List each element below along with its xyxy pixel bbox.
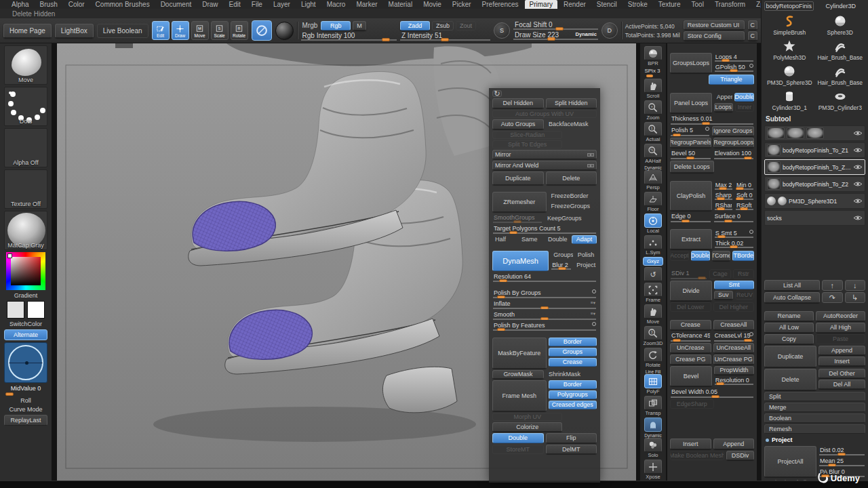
menu-item-stencil[interactable]: Stencil [592,0,622,9]
keepgroups-button[interactable]: KeepGroups [545,214,597,223]
material-sphere-icon[interactable] [275,22,294,40]
border-button[interactable]: Border [549,338,597,346]
roll-toggle[interactable]: Roll [20,397,31,404]
menu-item-picker[interactable]: Picker [448,0,476,9]
toggle-dot-icon[interactable] [592,289,596,293]
rotate-mode-icon[interactable]: RRotate [231,21,248,40]
brush-circle-icon[interactable] [252,20,272,41]
zoom-canvas-icon[interactable]: + [644,100,662,115]
dsdiv-button[interactable]: DSDiv [726,451,754,460]
focal-shift-slider[interactable]: Focal Shift 0 [513,21,598,30]
max-25-slider[interactable]: Max 25 [714,181,733,190]
panel-loops-button[interactable]: Panel Loops [670,93,712,113]
ignore-groups-button[interactable]: Ignore Groups [712,126,755,136]
subtool-thumbnail[interactable] [767,127,785,139]
actual-size-icon[interactable]: 1 [644,122,662,136]
subtool-sphere-thumbnail[interactable] [767,197,776,205]
adapt-button[interactable]: Adapt [572,235,597,244]
visibility-eye-icon[interactable] [853,164,863,170]
resolution-0-slider[interactable]: Resolution 0 [714,376,754,385]
same-button[interactable]: Same [519,235,543,244]
menu-item-marker[interactable]: Marker [351,0,382,9]
min-0-slider[interactable]: Min 0 [735,181,754,190]
menu-item-alpha[interactable]: Alpha [7,0,34,9]
main-color-swatch[interactable] [7,301,24,319]
tool-item-sphere3d[interactable]: Sphere3D [815,12,866,36]
scale-mode-icon[interactable]: SScale [211,21,229,40]
inflate-slider[interactable]: Inflate≡▾ [492,300,597,309]
subtool-row-socks[interactable]: socks [764,210,865,226]
visibility-eye-icon[interactable] [853,147,863,153]
half-button[interactable]: Half [492,235,517,244]
project-header[interactable]: Project [764,435,865,445]
move-mode-icon[interactable]: MMove [191,21,209,40]
curve-mode-toggle[interactable]: Curve Mode [9,406,42,413]
aahalf-icon[interactable]: ½ [644,144,662,158]
texture-thumbnail[interactable]: Texture Off [4,169,47,209]
z-intensity-slider[interactable]: Z Intensity 51 [400,32,490,41]
transparency-icon[interactable] [644,396,662,410]
mirror-button[interactable]: Mirror [492,150,597,159]
visibility-eye-icon[interactable] [853,198,863,204]
subtool-thumbnail[interactable] [806,127,824,139]
move-view-icon[interactable] [644,304,662,319]
thick-0-02-slider[interactable]: Thick 0.02 [714,239,754,248]
lightbox-button[interactable]: LightBox [55,24,94,38]
projectall-button[interactable]: ProjectAll [764,446,816,477]
menu-item-common-brushes[interactable]: Common Brushes [91,0,155,9]
sharp-slider[interactable]: Sharp [714,191,733,200]
live-boolean-button[interactable]: Live Boolean [97,24,149,38]
autoreorder-button[interactable]: AutoReorder [816,311,865,321]
duplicate-button[interactable]: Duplicate [492,171,544,185]
menu-item-layer[interactable]: Layer [269,0,295,9]
colorize-button[interactable]: Colorize [492,422,562,432]
menu-item-draw[interactable]: Draw [197,0,222,9]
visibility-eye-icon[interactable] [853,181,863,187]
visibility-eye-icon[interactable] [853,130,863,136]
xpose-icon[interactable] [644,460,662,474]
split-hidden-button[interactable]: Split Hidden [546,98,597,108]
delete-loops-button[interactable]: Delete Loops [670,161,714,173]
alternate-button[interactable]: Alternate [4,329,47,340]
edit-mode-icon[interactable]: Edit [152,21,170,40]
intensity-curve-widget[interactable] [4,342,47,383]
tool-item-hair-brush-base[interactable]: Hair_Brush_Base [815,62,866,86]
menu-item-material[interactable]: Material [384,0,418,9]
uncrease-pg-button[interactable]: UnCrease PG [713,354,755,365]
menu-item-tool[interactable]: Tool [687,0,709,9]
ghost-transparency-icon[interactable] [644,418,662,432]
material-thumbnail[interactable]: MatCap Gray [4,211,47,250]
subtool-down-icon[interactable]: ↓ [845,280,865,291]
menu-item-transform[interactable]: Transform [710,0,750,9]
menu-item-stroke[interactable]: Stroke [623,0,652,9]
extract-button[interactable]: Extract [670,229,712,249]
backfacemask-button[interactable]: BackfaceMask [546,119,597,129]
double-button[interactable]: Double [545,235,570,244]
menu-item-brush[interactable]: Brush [35,0,62,9]
delmt-button[interactable]: DelMT [546,445,597,454]
polygroups-button[interactable]: Polygroups [549,390,597,399]
regrouploops-button[interactable]: RegroupLoops [713,138,755,148]
m-button[interactable]: M [353,21,366,30]
del-other-button[interactable]: Del Other [818,369,865,378]
blur-2-slider[interactable]: Blur 2 [551,261,572,270]
dist-0-02-slider[interactable]: Dist 0.02 [818,446,865,455]
thickness-0-01-slider[interactable]: Thickness 0.01 [670,115,754,125]
toggle-dot-icon[interactable] [749,64,753,68]
alpha-thumbnail[interactable]: Alpha Off [4,128,47,167]
claypolish-button[interactable]: ClayPolish [670,181,712,211]
duplicate-button[interactable]: Duplicate [764,346,816,367]
tool-item-simplebrush[interactable]: SimpleBrush [764,12,815,36]
loops-button[interactable]: Loops [714,103,733,112]
toggle-dot-icon[interactable] [749,230,753,234]
uncreaseall-button[interactable]: UnCreaseAll [713,343,755,353]
visibility-eye-icon[interactable] [853,215,863,221]
c2-button[interactable]: C [748,31,758,41]
scroll-canvas-icon[interactable] [644,79,662,93]
creaselvl-15-slider[interactable]: CreaseLvl 15 [713,331,755,342]
axis-toggle-icon[interactable] [591,153,594,157]
menu-item-edit[interactable]: Edit [224,0,245,9]
menu-item-primary[interactable]: Primary [525,0,557,9]
groups-button[interactable]: Groups [551,251,572,260]
gxyz-toggle[interactable]: Gxyz [643,257,663,266]
